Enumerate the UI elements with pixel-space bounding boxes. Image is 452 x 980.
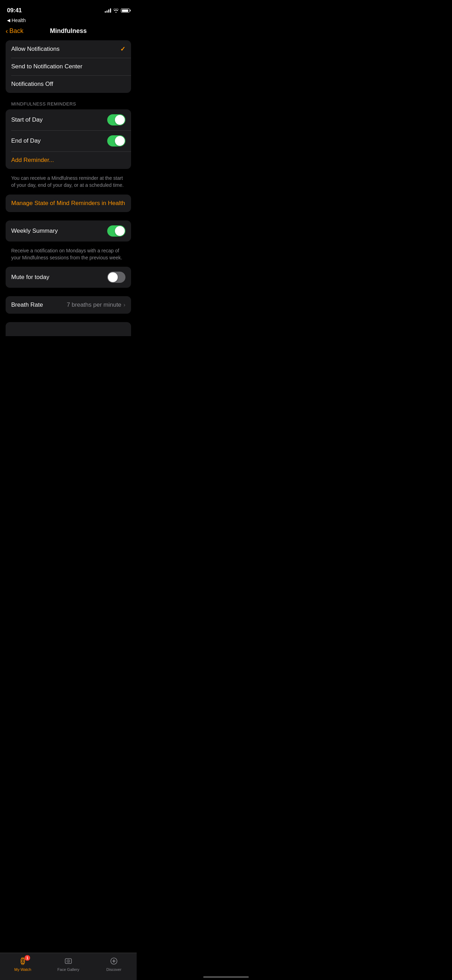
wifi-icon (113, 8, 119, 13)
partial-card (6, 322, 131, 336)
allow-notifications-row[interactable]: Allow Notifications ✓ (6, 40, 131, 58)
breath-rate-value: 7 breaths per minute › (67, 301, 126, 309)
end-of-day-toggle[interactable] (107, 135, 126, 146)
mute-today-card: Mute for today (6, 267, 131, 288)
allow-notifications-label: Allow Notifications (11, 46, 60, 52)
back-label: Back (10, 27, 24, 35)
end-of-day-label: End of Day (11, 137, 41, 145)
mute-today-toggle[interactable] (107, 272, 126, 283)
weekly-summary-footer: Receive a notification on Mondays with a… (6, 244, 131, 267)
toggle-thumb (115, 115, 125, 125)
start-of-day-label: Start of Day (11, 116, 43, 123)
reminders-card: Start of Day End of Day Add Reminder... (6, 109, 131, 169)
send-to-center-row[interactable]: Send to Notification Center (6, 58, 131, 75)
notifications-off-row[interactable]: Notifications Off (6, 75, 131, 93)
weekly-summary-toggle[interactable] (107, 225, 126, 237)
signal-icon (105, 8, 111, 13)
end-of-day-row[interactable]: End of Day (6, 130, 131, 151)
content: Allow Notifications ✓ Send to Notificati… (0, 40, 137, 371)
health-back-arrow: ◀ (7, 18, 10, 23)
status-time: 09:41 (7, 7, 22, 14)
page-title: Mindfulness (50, 27, 86, 35)
reminders-footer: You can receive a Mindfulness reminder a… (6, 172, 131, 194)
breath-rate-number: 7 breaths per minute (67, 301, 121, 309)
back-chevron-icon: ‹ (6, 27, 8, 35)
battery-icon (121, 8, 130, 13)
weekly-summary-card: Weekly Summary (6, 221, 131, 242)
chevron-right-icon: › (123, 301, 126, 309)
weekly-summary-label: Weekly Summary (11, 228, 58, 234)
sub-status: ◀ Health (0, 18, 137, 24)
send-to-center-label: Send to Notification Center (11, 63, 82, 70)
breath-rate-card: Breath Rate 7 breaths per minute › (6, 296, 131, 314)
back-button[interactable]: ‹ Back (6, 27, 24, 35)
manage-state-label: Manage State of Mind Reminders in Health (11, 200, 125, 207)
nav-bar: ‹ Back Mindfulness (0, 24, 137, 40)
status-icons (105, 8, 130, 13)
health-label: Health (11, 18, 25, 23)
breath-rate-label: Breath Rate (11, 301, 43, 309)
notifications-card: Allow Notifications ✓ Send to Notificati… (6, 40, 131, 93)
manage-state-row[interactable]: Manage State of Mind Reminders in Health (6, 194, 131, 212)
reminders-section-label: MINDFULNESS REMINDERS (6, 96, 131, 109)
status-bar: 09:41 (0, 0, 137, 18)
add-reminder-label: Add Reminder... (11, 157, 54, 164)
notifications-off-label: Notifications Off (11, 81, 53, 88)
toggle-thumb (108, 272, 118, 282)
start-of-day-row[interactable]: Start of Day (6, 109, 131, 130)
toggle-thumb (115, 226, 125, 236)
toggle-thumb (115, 136, 125, 146)
checkmark-icon: ✓ (120, 45, 126, 53)
mute-today-label: Mute for today (11, 274, 49, 281)
breath-rate-row[interactable]: Breath Rate 7 breaths per minute › (6, 296, 131, 314)
start-of-day-toggle[interactable] (107, 114, 126, 126)
add-reminder-row[interactable]: Add Reminder... (6, 151, 131, 169)
weekly-summary-row[interactable]: Weekly Summary (6, 221, 131, 242)
manage-state-card: Manage State of Mind Reminders in Health (6, 194, 131, 212)
mute-today-row[interactable]: Mute for today (6, 267, 131, 288)
